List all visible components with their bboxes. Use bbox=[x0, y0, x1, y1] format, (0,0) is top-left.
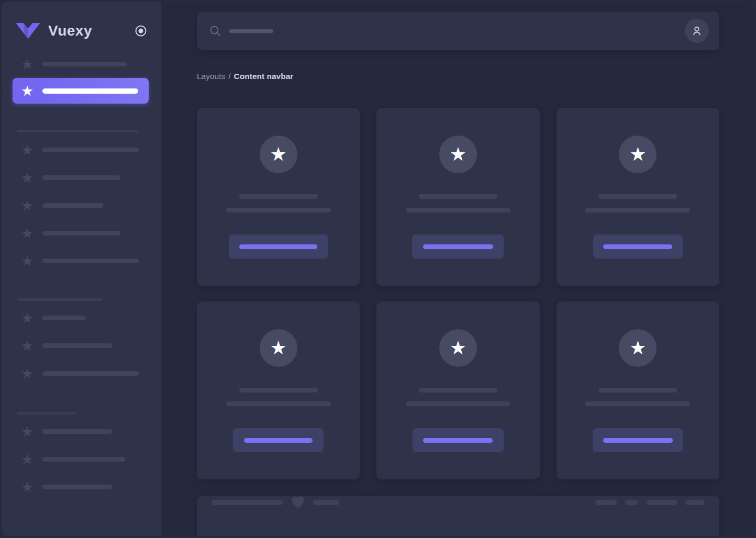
sidebar-menu: ★★★★★★★★★★★★★ bbox=[2, 58, 161, 493]
card-button[interactable] bbox=[233, 428, 324, 452]
sidebar-item[interactable]: ★ bbox=[21, 58, 161, 70]
top-navbar bbox=[197, 12, 719, 50]
person-icon bbox=[691, 25, 703, 37]
brand-name[interactable]: Vuexy bbox=[48, 23, 92, 39]
brand: Vuexy bbox=[16, 20, 147, 42]
user-avatar[interactable] bbox=[685, 19, 709, 43]
sidebar-item[interactable]: ★ bbox=[21, 171, 161, 184]
star-icon: ★ bbox=[21, 85, 34, 97]
footer-link-placeholder[interactable] bbox=[685, 500, 705, 505]
star-icon: ★ bbox=[21, 425, 34, 438]
star-icon: ★ bbox=[629, 339, 646, 357]
card-button[interactable] bbox=[593, 428, 683, 452]
card-button[interactable] bbox=[413, 428, 504, 452]
star-icon: ★ bbox=[629, 145, 646, 164]
star-icon: ★ bbox=[450, 339, 466, 357]
sidebar-item-label-placeholder bbox=[42, 343, 112, 348]
card-title-placeholder bbox=[239, 194, 318, 199]
card-avatar-circle: ★ bbox=[619, 329, 657, 367]
card-title-placeholder bbox=[419, 194, 497, 199]
breadcrumb-current: Content navbar bbox=[234, 72, 294, 81]
sidebar-item-label-placeholder bbox=[42, 175, 120, 180]
footer bbox=[197, 496, 719, 536]
star-icon: ★ bbox=[21, 143, 34, 156]
card-button-label-placeholder bbox=[239, 244, 317, 249]
card-title-placeholder bbox=[598, 194, 677, 199]
sidebar-item-label-placeholder bbox=[42, 485, 112, 489]
heart-icon bbox=[291, 496, 305, 509]
footer-link-placeholder[interactable] bbox=[625, 500, 638, 505]
sidebar-item-label-placeholder bbox=[42, 259, 139, 263]
sidebar-item[interactable]: ★ bbox=[21, 254, 161, 267]
card-subtitle-placeholder bbox=[585, 401, 690, 406]
vuexy-logo-icon bbox=[16, 23, 40, 39]
card-avatar-circle: ★ bbox=[439, 329, 477, 367]
sidebar-item-label-placeholder bbox=[42, 371, 139, 376]
sidebar: Vuexy ★★★★★★★★★★★★★ bbox=[2, 2, 162, 536]
footer-row bbox=[212, 496, 705, 509]
card-subtitle-placeholder bbox=[226, 208, 331, 212]
card-subtitle-placeholder bbox=[585, 208, 690, 212]
sidebar-item[interactable]: ★ bbox=[21, 367, 161, 379]
sidebar-item-label-placeholder bbox=[42, 88, 138, 94]
app-window: Vuexy ★★★★★★★★★★★★★ bbox=[0, 0, 756, 538]
card-button-label-placeholder bbox=[603, 244, 672, 249]
footer-text-placeholder bbox=[212, 500, 283, 505]
card-subtitle-placeholder bbox=[406, 208, 510, 212]
search-input[interactable] bbox=[209, 25, 273, 37]
sidebar-item[interactable]: ★ bbox=[21, 425, 161, 438]
sidebar-item[interactable]: ★ bbox=[21, 143, 161, 156]
card-avatar-circle: ★ bbox=[439, 136, 477, 173]
footer-link-placeholder[interactable] bbox=[595, 500, 617, 505]
sidebar-item[interactable]: ★ bbox=[21, 339, 161, 352]
card-button[interactable] bbox=[229, 234, 328, 259]
breadcrumb-separator: / bbox=[228, 72, 230, 81]
search-icon bbox=[209, 25, 221, 37]
star-icon: ★ bbox=[21, 227, 34, 239]
card: ★ bbox=[197, 108, 360, 286]
sidebar-item[interactable]: ★ bbox=[21, 480, 161, 493]
breadcrumb-parent[interactable]: Layouts bbox=[197, 72, 225, 81]
star-icon: ★ bbox=[270, 145, 287, 164]
star-icon: ★ bbox=[21, 453, 34, 465]
card-button[interactable] bbox=[412, 234, 504, 259]
sidebar-item-label-placeholder bbox=[42, 316, 85, 320]
main-content: Layouts/Content navbar ★★★★★★ bbox=[162, 2, 754, 536]
sidebar-item[interactable]: ★ bbox=[21, 199, 161, 211]
card-subtitle-placeholder bbox=[406, 401, 510, 406]
star-icon: ★ bbox=[21, 254, 34, 267]
card-subtitle-placeholder bbox=[226, 401, 331, 406]
breadcrumb: Layouts/Content navbar bbox=[197, 70, 719, 83]
star-icon: ★ bbox=[21, 480, 34, 493]
star-icon: ★ bbox=[21, 58, 34, 70]
card-title-placeholder bbox=[239, 388, 318, 393]
footer-link-placeholder[interactable] bbox=[647, 500, 677, 505]
star-icon: ★ bbox=[21, 367, 34, 379]
card-avatar-circle: ★ bbox=[619, 136, 657, 173]
star-icon: ★ bbox=[21, 311, 34, 324]
footer-link-placeholder[interactable] bbox=[313, 500, 339, 505]
sidebar-item[interactable]: ★ bbox=[21, 453, 161, 465]
footer-links bbox=[595, 500, 705, 505]
card-button[interactable] bbox=[593, 234, 683, 259]
sidebar-item-label-placeholder bbox=[42, 62, 127, 66]
sidebar-item-label-placeholder bbox=[42, 203, 103, 208]
sidebar-section-header-placeholder bbox=[17, 412, 76, 414]
sidebar-section-header-placeholder bbox=[17, 298, 103, 301]
sidebar-item-active[interactable]: ★ bbox=[13, 78, 149, 104]
sidebar-item[interactable]: ★ bbox=[21, 227, 161, 239]
card: ★ bbox=[557, 108, 719, 286]
card-button-label-placeholder bbox=[603, 438, 673, 443]
sidebar-item[interactable]: ★ bbox=[21, 311, 161, 324]
card-button-label-placeholder bbox=[423, 244, 493, 249]
sidebar-item-label-placeholder bbox=[42, 457, 125, 462]
star-icon: ★ bbox=[21, 339, 34, 352]
star-icon: ★ bbox=[21, 199, 34, 211]
menu-pin-toggle-icon[interactable] bbox=[135, 25, 147, 37]
sidebar-item-label-placeholder bbox=[42, 429, 112, 434]
card: ★ bbox=[197, 301, 360, 479]
sidebar-section-header-placeholder bbox=[17, 130, 138, 132]
card-button-label-placeholder bbox=[244, 438, 313, 443]
star-icon: ★ bbox=[450, 145, 466, 164]
card-button-label-placeholder bbox=[423, 438, 493, 443]
